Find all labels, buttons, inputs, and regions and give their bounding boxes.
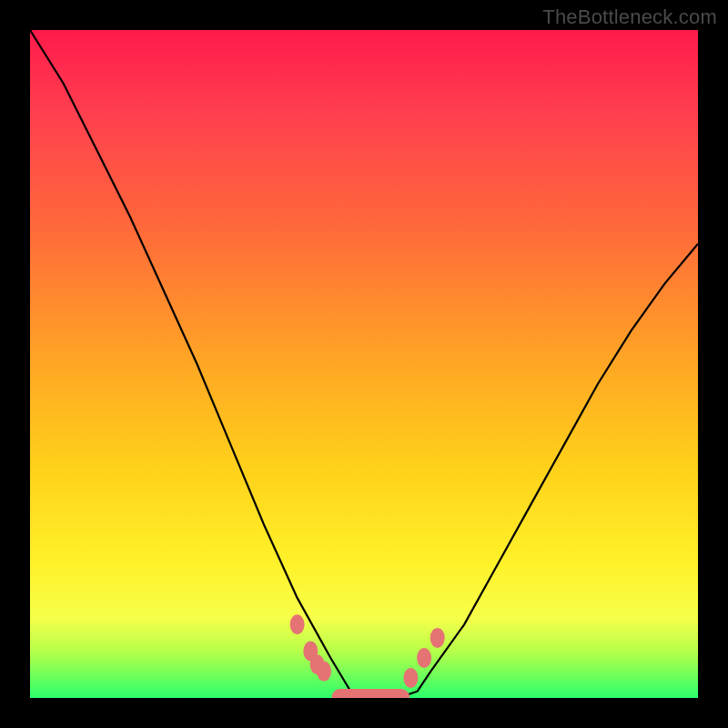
curve-dot	[417, 648, 431, 668]
watermark-text: TheBottleneck.com	[542, 5, 717, 29]
bottom-bar	[332, 689, 410, 698]
curve-dot	[290, 614, 305, 634]
bottleneck-curve-path	[30, 30, 698, 698]
chart-frame: TheBottleneck.com	[0, 0, 728, 728]
bottleneck-curve	[30, 30, 698, 698]
curve-dot	[403, 668, 418, 688]
curve-dot	[317, 662, 331, 682]
plot-area	[30, 30, 698, 698]
curve-dot	[430, 628, 445, 648]
